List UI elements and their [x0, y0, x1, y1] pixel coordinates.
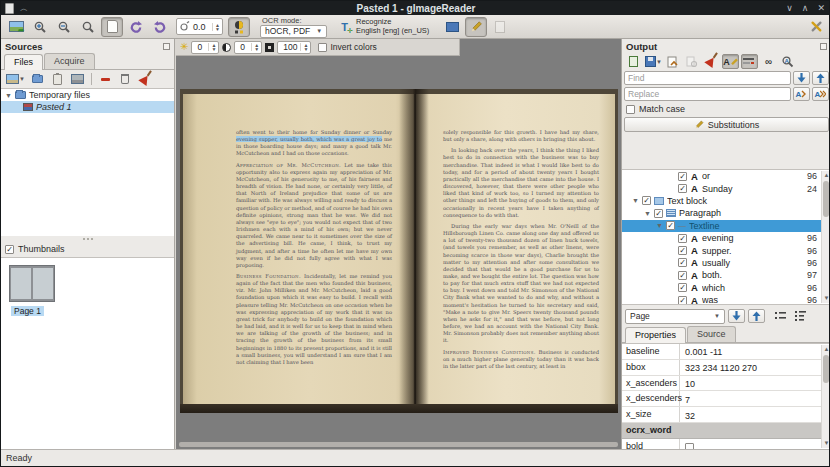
- find-next-button[interactable]: [793, 71, 810, 85]
- open-image-button[interactable]: [5, 17, 27, 37]
- page-thumbnail[interactable]: [9, 265, 55, 302]
- zoom-in-button[interactable]: [29, 17, 51, 37]
- invert-colors-checkbox[interactable]: [318, 43, 327, 52]
- ocr-tree-row-textline[interactable]: ▼✓—Textline: [622, 220, 830, 232]
- tab-properties[interactable]: Properties: [625, 327, 686, 343]
- brightness-spinbox[interactable]: 0▲▼: [191, 41, 219, 54]
- prev-page-button[interactable]: [748, 309, 765, 323]
- find-replace-toggle[interactable]: A: [722, 54, 739, 69]
- scroll-down-icon[interactable]: ▼: [822, 439, 830, 448]
- clear-sources-button[interactable]: [137, 72, 154, 87]
- thumbnail-page-label[interactable]: Page 1: [11, 306, 44, 316]
- image-controls-toggle[interactable]: [228, 17, 250, 37]
- item-checkbox[interactable]: ✓: [666, 221, 675, 230]
- ocr-tree-row-word[interactable]: ✓Aevening96: [622, 232, 830, 244]
- best-fit-button[interactable]: [101, 17, 123, 37]
- ocr-tree-row-word[interactable]: ✓ASunday24: [622, 182, 830, 194]
- zoom-original-button[interactable]: [77, 17, 99, 37]
- recognize-button[interactable]: T✛ Recognize English [eng] (en_US): [337, 17, 433, 37]
- tab-acquire[interactable]: Acquire: [44, 53, 95, 69]
- sources-detach-icon[interactable]: [163, 43, 170, 50]
- find-prev-button[interactable]: [812, 71, 829, 85]
- expand-all-button[interactable]: [772, 309, 789, 324]
- expander-icon[interactable]: ▼: [5, 92, 12, 99]
- expander-icon[interactable]: ▼: [656, 222, 663, 229]
- rotation-spin-arrows[interactable]: ▲▼: [212, 23, 220, 31]
- screenshot-button[interactable]: [69, 72, 86, 87]
- open-hocr-button[interactable]: [625, 54, 642, 69]
- output-pane-toggle[interactable]: [441, 17, 463, 37]
- ocr-tree-row-block[interactable]: ▼✓Text block: [622, 195, 830, 207]
- clear-output-button[interactable]: [703, 54, 720, 69]
- item-checkbox[interactable]: ✓: [642, 196, 651, 205]
- edit-mode-button[interactable]: [465, 17, 487, 37]
- item-checkbox[interactable]: ✓: [654, 209, 663, 218]
- contrast-spinbox[interactable]: 0▲▼: [234, 41, 262, 54]
- ocr-mode-combo[interactable]: hOCR, PDF ▼: [260, 25, 327, 38]
- export-page-button[interactable]: [489, 17, 511, 37]
- expander-icon[interactable]: ▼: [632, 197, 639, 204]
- ocr-tree-row-word[interactable]: ✓Asupper.96: [622, 244, 830, 256]
- close-button[interactable]: ✕: [817, 3, 825, 13]
- next-page-button[interactable]: [728, 309, 745, 323]
- canvas-horizontal-scrollbar[interactable]: [179, 442, 618, 447]
- add-folder-button[interactable]: [29, 72, 46, 87]
- collapse-all-button[interactable]: [792, 309, 809, 324]
- replace-all-button[interactable]: A: [812, 87, 829, 101]
- ocr-tree-row-word[interactable]: ✓Awas96: [622, 294, 830, 305]
- expander-icon[interactable]: ▼: [644, 210, 651, 217]
- save-hocr-button[interactable]: ▼: [644, 54, 663, 69]
- settings-button[interactable]: [805, 17, 827, 37]
- ocr-tree-row-word[interactable]: ✓Awhich96: [622, 282, 830, 294]
- item-checkbox[interactable]: ✓: [678, 246, 687, 255]
- output-detach-icon[interactable]: [820, 43, 827, 50]
- paste-button[interactable]: [49, 72, 66, 87]
- rotation-spinbox[interactable]: 0.0 ▲▼: [176, 18, 223, 35]
- replace-input[interactable]: [624, 87, 791, 101]
- rotate-right-button[interactable]: [149, 17, 171, 37]
- image-canvas[interactable]: ✳ 0▲▼ 0▲▼ 100▲▼ Invert colors often went…: [176, 39, 621, 449]
- scroll-down-icon[interactable]: ▼: [822, 294, 830, 303]
- export-button[interactable]: [665, 54, 682, 69]
- tab-files[interactable]: Files: [4, 54, 43, 70]
- substitutions-button[interactable]: Substitutions: [624, 117, 829, 132]
- tree-row-pasted-1[interactable]: Pasted 1: [1, 101, 174, 113]
- scrollbar-thumb[interactable]: [823, 181, 829, 217]
- item-checkbox[interactable]: ✓: [678, 283, 687, 292]
- scrollbar-thumb[interactable]: [823, 355, 829, 383]
- ocr-tree-row-word[interactable]: ✓Aor96: [622, 170, 830, 182]
- tab-source[interactable]: Source: [687, 326, 736, 342]
- wconf-button[interactable]: ∞: [760, 54, 777, 69]
- maximize-button[interactable]: ∧: [802, 3, 809, 13]
- confidence-toggle[interactable]: [741, 54, 758, 69]
- item-checkbox[interactable]: ✓: [678, 296, 687, 305]
- minimize-button[interactable]: ∨: [786, 3, 793, 13]
- preview-button[interactable]: [684, 54, 701, 69]
- item-checkbox[interactable]: ✓: [678, 271, 687, 280]
- page-combo[interactable]: Page ▼: [625, 309, 725, 324]
- delete-source-button[interactable]: [117, 72, 134, 87]
- book-image[interactable]: often went to their home for Sunday dinn…: [180, 89, 618, 413]
- ocr-tree-row-paragraph[interactable]: ▼✓Paragraph: [622, 207, 830, 219]
- ocr-tree-row-word[interactable]: ✓Aboth.97: [622, 269, 830, 281]
- item-checkbox[interactable]: ✓: [678, 172, 687, 181]
- thumbnails-checkbox[interactable]: ✓: [5, 245, 14, 254]
- item-checkbox[interactable]: ✓: [678, 234, 687, 243]
- ocr-tree-scrollbar[interactable]: ▲ ▼: [821, 171, 830, 303]
- scroll-up-icon[interactable]: ▲: [822, 171, 830, 180]
- replace-button[interactable]: A: [793, 87, 810, 101]
- scroll-up-icon[interactable]: ▲: [822, 345, 830, 354]
- ocr-tree-row-word[interactable]: ✓Ausually96: [622, 257, 830, 269]
- match-case-checkbox[interactable]: [626, 105, 635, 114]
- add-images-button[interactable]: ▼: [5, 72, 26, 87]
- zoom-out-button[interactable]: [53, 17, 75, 37]
- find-input[interactable]: [624, 71, 791, 85]
- tree-row-temporary-files[interactable]: ▼ Temporary files: [1, 89, 174, 101]
- rotate-left-button[interactable]: [125, 17, 147, 37]
- item-checkbox[interactable]: ✓: [678, 258, 687, 267]
- zoom-to-word-button[interactable]: A: [779, 54, 796, 69]
- resolution-spinbox[interactable]: 100▲▼: [277, 41, 311, 54]
- properties-scrollbar[interactable]: ▲ ▼: [821, 345, 830, 448]
- item-checkbox[interactable]: ✓: [678, 184, 687, 193]
- remove-source-button[interactable]: [97, 72, 114, 87]
